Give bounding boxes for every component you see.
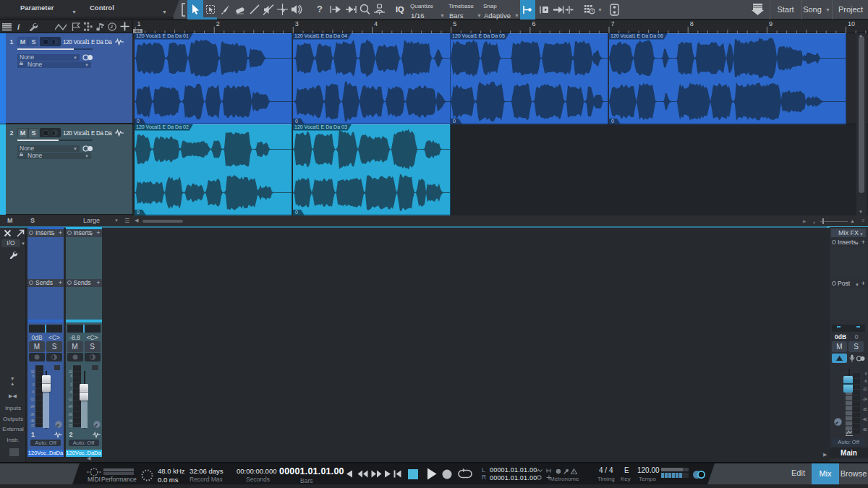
- svg-text:8: 8: [690, 20, 694, 27]
- svg-text:10: 10: [848, 20, 855, 27]
- svg-text:6: 6: [532, 20, 535, 27]
- svg-text:2: 2: [216, 20, 220, 27]
- svg-text:9: 9: [769, 20, 773, 27]
- svg-text:7: 7: [611, 20, 615, 27]
- svg-text:3: 3: [295, 20, 299, 27]
- svg-text:1: 1: [137, 20, 141, 27]
- svg-text:5: 5: [453, 20, 456, 27]
- svg-text:4: 4: [374, 20, 378, 27]
